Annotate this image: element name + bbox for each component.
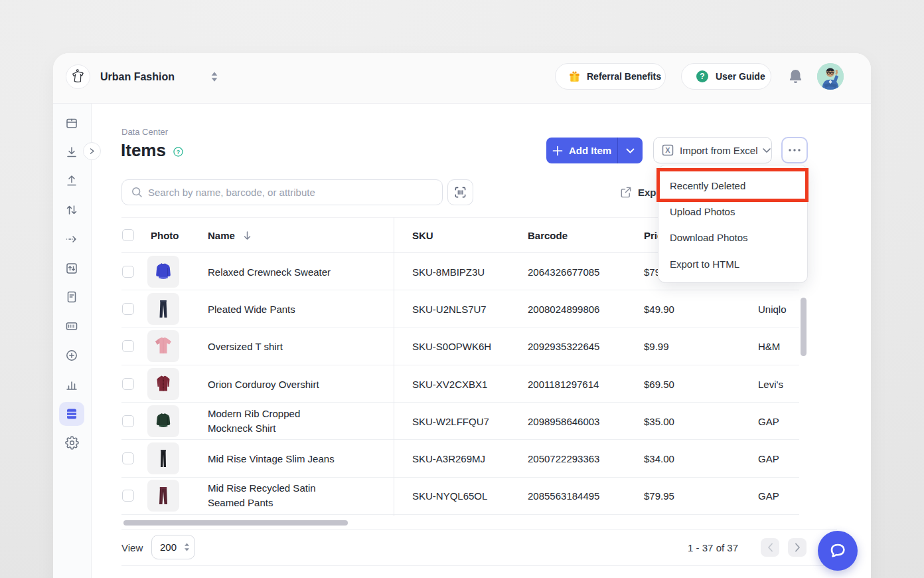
svg-text:?: ? <box>177 149 180 155</box>
svg-text:?: ? <box>700 72 704 81</box>
svg-text:X: X <box>665 146 670 154</box>
